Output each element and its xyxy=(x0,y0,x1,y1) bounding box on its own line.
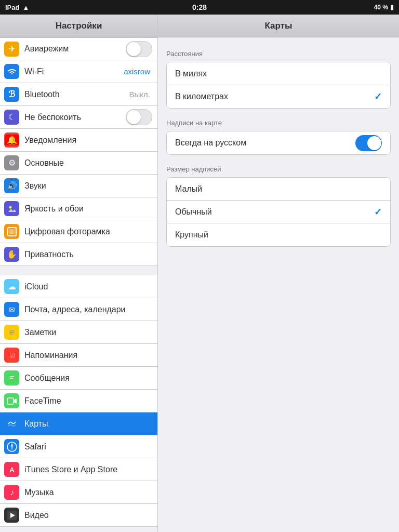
donotdisturb-toggle[interactable] xyxy=(126,109,152,125)
messages-icon xyxy=(4,370,19,385)
svg-marker-18 xyxy=(11,443,13,447)
svg-text:A: A xyxy=(9,466,15,474)
maps-icon xyxy=(4,416,19,431)
sidebar-item-privacy[interactable]: ✋Приватность xyxy=(0,243,157,266)
option-label-always-russian: Всегда на русском xyxy=(175,138,355,148)
privacy-label: Приватность xyxy=(24,250,152,259)
sidebar-item-donotdisturb[interactable]: ☾Не беспокоить xyxy=(0,106,157,129)
svg-text:☑: ☑ xyxy=(9,352,15,359)
label-size-section-title: Размер надписей xyxy=(166,165,391,173)
notes-label: Заметки xyxy=(24,328,152,337)
sidebar-item-notes[interactable]: Заметки xyxy=(0,321,157,344)
checkmark-normal: ✓ xyxy=(374,206,382,218)
facetime-label: FaceTime xyxy=(24,396,152,406)
option-label-small: Малый xyxy=(175,184,382,194)
content-panel: Карты РасстоянияВ миляхВ километрах✓Надп… xyxy=(158,15,399,532)
wifi-label: Wi-Fi xyxy=(24,67,124,76)
sidebar-item-photoframe[interactable]: Цифровая фоторамка xyxy=(0,220,157,243)
svg-marker-15 xyxy=(14,398,17,404)
reminders-label: Напоминания xyxy=(24,351,152,360)
content-body: РасстоянияВ миляхВ километрах✓Надписи на… xyxy=(158,37,399,268)
map-labels-options-group: Всегда на русском xyxy=(166,131,391,155)
general-label: Основные xyxy=(24,158,152,168)
svg-rect-3 xyxy=(9,229,15,234)
privacy-icon: ✋ xyxy=(4,247,19,262)
map-labels-section-title: Надписи на карте xyxy=(166,119,391,127)
sidebar-item-facetime[interactable]: FaceTime xyxy=(0,390,157,413)
video-icon xyxy=(4,508,19,523)
photoframe-label: Цифровая фоторамка xyxy=(24,227,152,236)
svg-point-0 xyxy=(7,204,17,214)
sidebar-item-wallpaper[interactable]: Яркость и обои xyxy=(0,197,157,220)
sidebar-item-reminders[interactable]: ☑Напоминания xyxy=(0,344,157,367)
reminders-icon: ☑ xyxy=(4,348,19,363)
sidebar-item-mail[interactable]: ✉Почта, адреса, календари xyxy=(0,298,157,321)
itunes-icon: A xyxy=(4,462,19,477)
sidebar-items-container: ✈АвиарежимWi-FiaxisrowℬBluetoothВыкл.☾Не… xyxy=(0,37,157,527)
sidebar-item-maps[interactable]: Карты xyxy=(0,413,157,435)
svg-text:♪: ♪ xyxy=(10,488,14,497)
sidebar-item-bluetooth[interactable]: ℬBluetoothВыкл. xyxy=(0,83,157,106)
general-icon: ⚙ xyxy=(4,155,19,170)
option-label-km: В километрах xyxy=(175,92,374,101)
music-label: Музыка xyxy=(24,488,152,497)
distances-options-group: В миляхВ километрах✓ xyxy=(166,62,391,109)
option-label-miles: В милях xyxy=(175,69,382,78)
svg-marker-11 xyxy=(10,380,12,382)
sidebar-item-music[interactable]: ♪Музыка xyxy=(0,481,157,504)
content-title: Карты xyxy=(264,21,292,31)
sidebar-item-wifi[interactable]: Wi-Fiaxisrow xyxy=(0,60,157,83)
sidebar-item-itunes[interactable]: AiTunes Store и App Store xyxy=(0,458,157,481)
sidebar-item-airplane[interactable]: ✈Авиарежим xyxy=(0,37,157,60)
always-russian-toggle[interactable] xyxy=(355,135,382,151)
sidebar-item-safari[interactable]: Safari xyxy=(0,435,157,458)
content-header: Карты xyxy=(158,15,399,37)
sidebar-item-notifications[interactable]: 🔔Уведомления xyxy=(0,129,157,152)
video-label: Видео xyxy=(24,511,152,520)
photoframe-icon xyxy=(4,224,19,239)
airplane-toggle[interactable] xyxy=(126,41,152,57)
sidebar-title: Настройки xyxy=(56,21,102,31)
sidebar-item-video[interactable]: Видео xyxy=(0,504,157,527)
maps-label: Карты xyxy=(24,419,152,429)
svg-marker-19 xyxy=(11,447,13,450)
checkmark-km: ✓ xyxy=(374,91,382,102)
sidebar-item-icloud[interactable]: ☁iCloud xyxy=(0,275,157,298)
sidebar: Настройки ✈АвиарежимWi-FiaxisrowℬBluetoo… xyxy=(0,15,158,532)
option-km[interactable]: В километрах✓ xyxy=(167,85,390,108)
mail-label: Почта, адреса, календари xyxy=(24,305,152,314)
status-time: 0:28 xyxy=(192,3,207,11)
sidebar-item-messages[interactable]: Сообщения xyxy=(0,367,157,390)
option-normal[interactable]: Обычный✓ xyxy=(167,201,390,223)
icloud-label: iCloud xyxy=(24,282,152,291)
device-label: iPad xyxy=(5,4,19,11)
svg-point-1 xyxy=(9,206,11,208)
icloud-icon: ☁ xyxy=(4,279,19,294)
sidebar-item-general[interactable]: ⚙Основные xyxy=(0,152,157,175)
itunes-label: iTunes Store и App Store xyxy=(24,465,152,474)
option-always-russian[interactable]: Всегда на русском xyxy=(167,131,390,154)
svg-rect-14 xyxy=(7,398,14,404)
wifi-status-icon: ▲ xyxy=(22,4,29,11)
airplane-label: Авиарежим xyxy=(24,44,126,54)
option-large[interactable]: Крупный xyxy=(167,223,390,246)
donotdisturb-icon: ☾ xyxy=(4,110,19,125)
wallpaper-label: Яркость и обои xyxy=(24,204,152,214)
notifications-icon: 🔔 xyxy=(4,132,19,148)
sidebar-item-sounds[interactable]: 🔊Звуки xyxy=(0,175,157,197)
sounds-label: Звуки xyxy=(24,181,152,191)
messages-label: Сообщения xyxy=(24,374,152,383)
wallpaper-icon xyxy=(4,201,19,216)
safari-label: Safari xyxy=(24,442,152,451)
option-label-large: Крупный xyxy=(175,230,382,240)
status-left: iPad ▲ xyxy=(5,4,29,11)
sidebar-header: Настройки xyxy=(0,15,157,37)
notes-icon xyxy=(4,325,19,340)
wifi-icon xyxy=(4,64,19,79)
status-right: 40 % ▮ xyxy=(374,4,394,11)
option-miles[interactable]: В милях xyxy=(167,62,390,85)
label-size-options-group: МалыйОбычный✓Крупный xyxy=(166,177,391,247)
option-small[interactable]: Малый xyxy=(167,178,390,201)
notifications-label: Уведомления xyxy=(24,136,152,145)
facetime-icon xyxy=(4,393,19,408)
